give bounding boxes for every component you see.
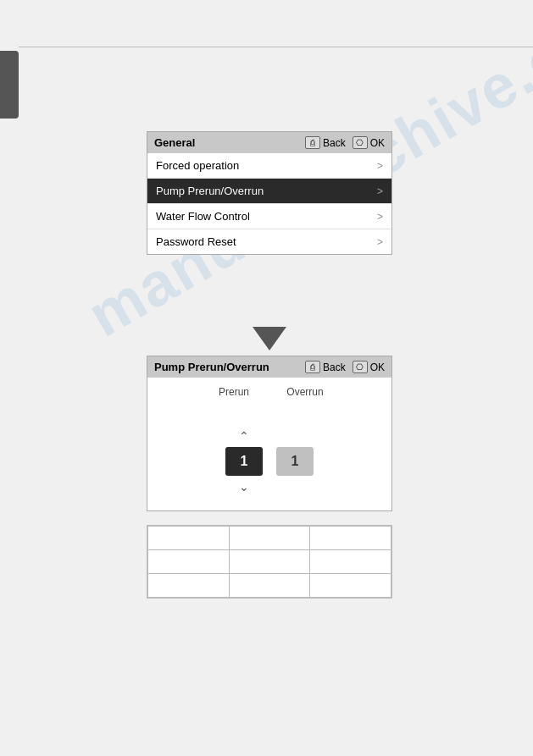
menu-item-water-flow[interactable]: Water Flow Control > — [147, 204, 391, 229]
pump-ok-label: OK — [370, 361, 385, 373]
menu-item-forced-operation[interactable]: Forced operation > — [147, 153, 391, 179]
table-cell — [310, 574, 391, 598]
table-cell — [148, 527, 230, 550]
pump-header-actions: ⎙ Back ⎔ OK — [305, 361, 385, 373]
table-row — [148, 550, 391, 574]
ok-action[interactable]: ⎔ OK — [353, 136, 385, 149]
table-cell — [229, 574, 310, 598]
table-row — [148, 527, 391, 550]
pump-back-action[interactable]: ⎙ Back — [305, 361, 346, 373]
pump-body: Prerun Overrun ⌃ 1 ⌄ 1 — [147, 378, 391, 510]
back-icon: ⎙ — [305, 136, 320, 149]
table-cell — [229, 550, 310, 574]
table-row — [148, 574, 391, 598]
bottom-table — [147, 525, 392, 599]
sidebar-tab — [0, 51, 19, 119]
chevron-icon: > — [377, 185, 383, 197]
table-cell — [310, 527, 391, 550]
chevron-icon: > — [377, 236, 383, 248]
pump-back-label: Back — [323, 361, 346, 373]
table-cell — [148, 550, 230, 574]
menu-header-actions: ⎙ Back ⎔ OK — [305, 136, 385, 149]
table-cell — [229, 527, 310, 550]
arrow-down-container — [147, 322, 392, 356]
table-cell — [148, 574, 230, 598]
pump-labels: Prerun Overrun — [215, 386, 324, 398]
chevron-icon: > — [377, 160, 383, 172]
arrow-down-icon — [253, 327, 286, 350]
data-table — [147, 526, 391, 598]
menu-item-pump-prerun[interactable]: Pump Prerun/Overrun > — [147, 179, 391, 204]
overrun-value-box[interactable]: 1 — [276, 447, 314, 476]
general-menu-panel: General ⎙ Back ⎔ OK Forced operation > P… — [147, 131, 392, 255]
pump-columns: Prerun Overrun ⌃ 1 ⌄ 1 — [215, 386, 324, 498]
menu-item-label: Password Reset — [156, 235, 236, 248]
menu-item-label: Water Flow Control — [156, 210, 250, 223]
prerun-down-button[interactable]: ⌄ — [232, 479, 256, 494]
pump-back-icon: ⎙ — [305, 361, 320, 373]
prerun-control: ⌃ 1 ⌄ — [225, 428, 263, 494]
ok-label: OK — [370, 137, 385, 149]
pump-ok-action[interactable]: ⎔ OK — [353, 361, 385, 373]
menu-item-label: Forced operation — [156, 159, 239, 172]
back-label: Back — [323, 137, 346, 149]
pump-header: Pump Prerun/Overrun ⎙ Back ⎔ OK — [147, 356, 391, 378]
pump-ok-icon: ⎔ — [353, 361, 368, 373]
top-divider — [19, 47, 533, 47]
menu-item-label: Pump Prerun/Overrun — [156, 185, 264, 197]
table-cell — [310, 550, 391, 574]
ok-icon: ⎔ — [353, 136, 368, 149]
prerun-value-box[interactable]: 1 — [225, 447, 263, 476]
back-action[interactable]: ⎙ Back — [305, 136, 346, 149]
pump-panel-title: Pump Prerun/Overrun — [154, 361, 269, 373]
chevron-icon: > — [377, 211, 383, 223]
menu-item-password-reset[interactable]: Password Reset > — [147, 229, 391, 254]
prerun-up-button[interactable]: ⌃ — [232, 428, 256, 444]
overrun-control: 1 — [276, 425, 314, 498]
overrun-label: Overrun — [286, 386, 324, 398]
general-menu-header: General ⎙ Back ⎔ OK — [147, 132, 391, 153]
pump-controls: ⌃ 1 ⌄ 1 — [225, 425, 314, 498]
general-menu-title: General — [154, 136, 195, 149]
prerun-label: Prerun — [215, 386, 253, 398]
pump-panel: Pump Prerun/Overrun ⎙ Back ⎔ OK Prerun O… — [147, 356, 392, 511]
